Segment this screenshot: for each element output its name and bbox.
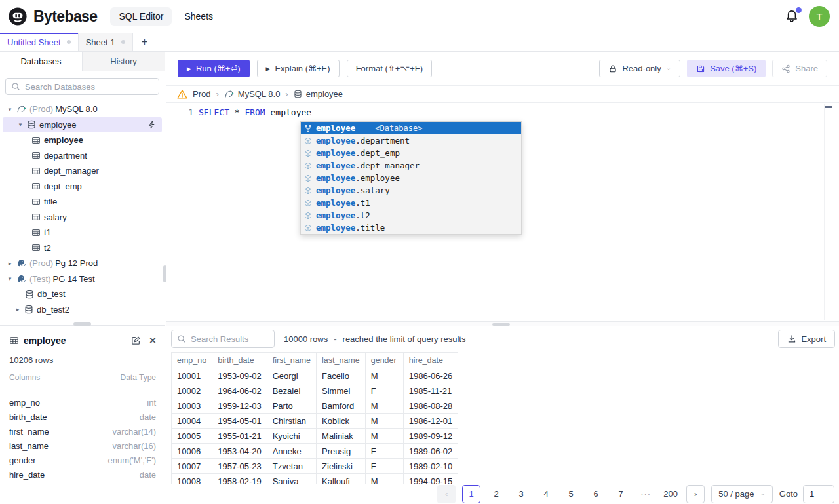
avatar[interactable]: T <box>809 6 830 27</box>
main-area: Databases History ▾ (Prod)MySQL 8.0 <box>0 52 839 504</box>
edit-icon[interactable] <box>131 336 141 345</box>
tree-table-salary[interactable]: salary <box>0 210 165 225</box>
tree-instance-pg14[interactable]: ▾ (Test)PG 14 Test <box>0 271 165 287</box>
tree-database-db-test[interactable]: db_test <box>0 286 165 302</box>
sidebar-tabs: Databases History <box>0 52 165 71</box>
mysql-icon <box>224 89 234 99</box>
run-button[interactable]: ▶ Run (⌘+⏎) <box>178 60 250 77</box>
breadcrumb-instance[interactable]: MySQL 8.0 <box>224 89 281 99</box>
table-row[interactable]: 100031959-12-03PartoBamfordM1986-08-28 <box>172 398 458 414</box>
export-button[interactable]: Export <box>778 330 835 348</box>
page-button-7[interactable]: 7 <box>612 485 630 503</box>
page-button-5[interactable]: 5 <box>562 485 580 503</box>
column-header[interactable]: birth_date <box>212 353 267 368</box>
column-type: int <box>147 398 156 408</box>
page-prev-button[interactable]: ‹ <box>437 485 456 503</box>
tree-table-dept-manager[interactable]: dept_manager <box>0 163 165 179</box>
tree-table-title[interactable]: title <box>0 194 165 210</box>
database-label: employee <box>39 120 76 130</box>
chevron-down-icon[interactable]: ▾ <box>17 121 24 128</box>
read-only-dropdown[interactable]: Read-only ⌄ <box>599 60 680 77</box>
table-row[interactable]: 100011953-09-02GeorgiFacelloM1986-06-26 <box>172 368 458 383</box>
tab-databases[interactable]: Databases <box>0 52 82 71</box>
results-search-input[interactable] <box>191 334 269 344</box>
database-search-input[interactable] <box>25 82 153 92</box>
tree-table-employee[interactable]: employee <box>0 132 165 148</box>
table-row[interactable]: 100081958-02-19SaniyaKalloufiM1994-09-15 <box>172 474 458 484</box>
cell: Preusig <box>317 444 366 459</box>
table-row[interactable]: 100021964-06-02BezalelSimmelF1985-11-21 <box>172 383 458 398</box>
page-button-3[interactable]: 3 <box>512 485 530 503</box>
add-sheet-button[interactable]: + <box>133 33 157 51</box>
autocomplete-item[interactable]: employee.salary <box>301 184 521 197</box>
connect-bolt-icon[interactable] <box>147 121 156 129</box>
results-table[interactable]: emp_no birth_date first_name last_name g… <box>171 352 827 484</box>
sql-code-editor[interactable]: 1 SELECT * FROM employee employee <box>166 102 839 321</box>
column-name: last_name <box>9 441 49 451</box>
share-button[interactable]: Share <box>772 60 827 77</box>
results-search[interactable] <box>171 330 275 348</box>
tree-instance-mysql[interactable]: ▾ (Prod)MySQL 8.0 <box>0 102 165 117</box>
editor-scrollbar[interactable] <box>824 104 832 320</box>
unsaved-dot-icon[interactable] <box>67 40 71 44</box>
table-row[interactable]: 100041954-05-01ChirstianKoblickM1986-12-… <box>172 414 458 429</box>
page-button-6[interactable]: 6 <box>587 485 605 503</box>
column-header[interactable]: last_name <box>317 353 366 368</box>
tab-sheet-1[interactable]: Sheet 1 <box>79 33 133 51</box>
bytebase-logo[interactable]: Bytebase <box>8 7 97 26</box>
breadcrumb-database[interactable]: employee <box>294 89 343 99</box>
chevron-right-icon[interactable]: ▸ <box>14 306 21 313</box>
chevron-down-icon[interactable]: ▾ <box>7 275 13 282</box>
autocomplete-item[interactable]: employee.employee <box>301 172 521 184</box>
tree-table-t2[interactable]: t2 <box>0 241 165 256</box>
autocomplete-item[interactable]: employee.dept_emp <box>301 147 521 159</box>
explain-button[interactable]: ▶ Explain (⌘+E) <box>257 60 340 77</box>
tree-instance-pg12[interactable]: ▸ (Prod)Pg 12 Prod <box>0 256 165 271</box>
close-icon[interactable]: × <box>149 335 156 346</box>
tree-table-t1[interactable]: t1 <box>0 225 165 241</box>
page-button-4[interactable]: 4 <box>537 485 555 503</box>
tab-untitled-sheet[interactable]: Untitled Sheet <box>0 33 79 51</box>
editor-scrollbar-thumb[interactable] <box>825 106 832 108</box>
format-button[interactable]: Format (⇧+⌥+F) <box>347 60 432 77</box>
autocomplete-item[interactable]: employee.department <box>301 134 521 147</box>
save-button[interactable]: Save (⌘+S) <box>687 60 766 77</box>
chevron-right-icon: › <box>285 89 288 99</box>
chevron-down-icon[interactable]: ▾ <box>7 106 13 113</box>
column-type: varchar(14) <box>113 427 156 436</box>
autocomplete-item[interactable]: employee.t1 <box>301 197 521 209</box>
page-button-2[interactable]: 2 <box>487 485 505 503</box>
autocomplete-item-database[interactable]: employee <Database> <box>301 122 521 134</box>
column-header[interactable]: emp_no <box>172 353 212 368</box>
database-search[interactable] <box>5 78 159 95</box>
tab-history[interactable]: History <box>82 52 165 71</box>
autocomplete-item[interactable]: employee.dept_manager <box>301 159 521 172</box>
column-header[interactable]: gender <box>365 353 403 368</box>
chevron-right-icon[interactable]: ▸ <box>7 260 13 267</box>
table-row[interactable]: 100071957-05-23TzvetanZielinskiF1989-02-… <box>172 459 458 474</box>
cell: Chirstian <box>267 414 316 429</box>
notification-bell-icon[interactable] <box>785 9 799 24</box>
table-row[interactable]: 100051955-01-21KyoichiMaliniakM1989-09-1… <box>172 429 458 444</box>
line-number: 1 <box>166 107 193 117</box>
tree-database-db-test2[interactable]: ▸ db_test2 <box>0 302 165 318</box>
autocomplete-item[interactable]: employee.t2 <box>301 209 521 222</box>
column-header[interactable]: first_name <box>267 353 316 368</box>
tree-database-employee[interactable]: ▾ employee <box>3 117 162 133</box>
page-button-1[interactable]: 1 <box>462 485 480 503</box>
page-next-button[interactable]: › <box>686 485 705 503</box>
goto-page-input[interactable] <box>803 485 834 503</box>
nav-sql-editor[interactable]: SQL Editor <box>110 7 172 26</box>
tree-table-dept-emp[interactable]: dept_emp <box>0 179 165 195</box>
unsaved-dot-icon[interactable] <box>121 40 125 44</box>
autocomplete-item[interactable]: employee.title <box>301 222 521 234</box>
breadcrumb-env[interactable]: Prod <box>193 89 210 99</box>
tree-table-department[interactable]: department <box>0 148 165 164</box>
cell: Koblick <box>317 414 366 429</box>
page-button-200[interactable]: 200 <box>661 485 680 503</box>
table-row[interactable]: 100061953-04-20AnnekePreusigF1989-06-02 <box>172 444 458 459</box>
tab-untitled-sheet-label: Untitled Sheet <box>7 37 61 47</box>
column-header[interactable]: hire_date <box>403 353 458 368</box>
page-size-select[interactable]: 50 / page ⌄ <box>711 485 773 503</box>
nav-sheets[interactable]: Sheets <box>184 11 213 22</box>
